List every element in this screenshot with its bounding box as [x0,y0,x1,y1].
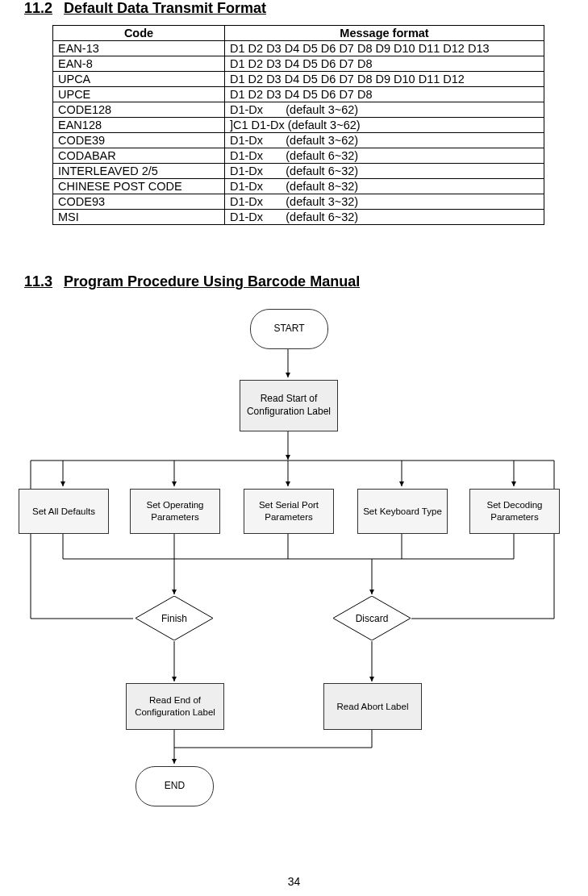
msg-cell: D1 D2 D3 D4 D5 D6 D7 D8 D9 D10 D11 D12 D… [225,41,544,56]
section-11-3-header: 11.3 Program Procedure Using Barcode Man… [24,273,564,290]
flowchart: START Read Start of Configuration Label … [0,302,564,867]
section-title: Default Data Transmit Format [64,0,266,17]
section-number: 11.3 [24,273,52,290]
table-row: INTERLEAVED 2/5D1-Dx (default 6~32) [53,164,544,179]
msg-cell: D1-Dx (default 3~62) [225,102,544,118]
table-row: CODE39D1-Dx (default 3~62) [53,133,544,148]
section-11-2-header: 11.2 Default Data Transmit Format [24,0,564,17]
flow-set-operating: Set Operating Parameters [130,489,220,534]
table-row: MSID1-Dx (default 6~32) [53,210,544,225]
flow-read-start: Read Start of Configuration Label [240,380,338,431]
code-cell: UPCA [53,72,225,87]
flow-finish-label: Finish [136,596,213,640]
flow-end-label: END [165,780,185,793]
flow-set-keyboard: Set Keyboard Type [357,489,448,534]
msg-cell: D1 D2 D3 D4 D5 D6 D7 D8 [225,56,544,72]
page-number: 34 [0,875,588,888]
code-cell: MSI [53,210,225,225]
table-row: UPCAD1 D2 D3 D4 D5 D6 D7 D8 D9 D10 D11 D… [53,72,544,87]
code-cell: CODE93 [53,194,225,210]
flow-box1-label: Set All Defaults [32,506,95,518]
flow-set-all-defaults: Set All Defaults [19,489,109,534]
code-cell: UPCE [53,87,225,102]
code-cell: INTERLEAVED 2/5 [53,164,225,179]
format-table: Code Message format EAN-13D1 D2 D3 D4 D5… [52,25,544,225]
msg-cell: D1 D2 D3 D4 D5 D6 D7 D8 D9 D10 D11 D12 [225,72,544,87]
flow-end: END [136,766,214,806]
section-title: Program Procedure Using Barcode Manual [64,273,360,290]
flow-read-start-label: Read Start of Configuration Label [247,393,331,418]
flow-read-end-label: Read End of Configuration Label [135,694,215,719]
table-row: CODE93D1-Dx (default 3~32) [53,194,544,210]
format-table-container: Code Message format EAN-13D1 D2 D3 D4 D5… [52,25,564,225]
section-number: 11.2 [24,0,52,17]
table-row: UPCED1 D2 D3 D4 D5 D6 D7 D8 [53,87,544,102]
flow-discard-label: Discard [333,596,411,640]
code-cell: CODE39 [53,133,225,148]
th-code: Code [53,26,225,41]
msg-cell: ]C1 D1-Dx (default 3~62) [225,118,544,133]
msg-cell: D1-Dx (default 3~32) [225,194,544,210]
flow-read-abort-label: Read Abort Label [337,701,409,713]
flow-set-decoding: Set Decoding Parameters [469,489,560,534]
flow-finish: Finish [136,596,213,640]
msg-cell: D1-Dx (default 8~32) [225,179,544,194]
code-cell: CHINESE POST CODE [53,179,225,194]
flow-read-abort: Read Abort Label [323,683,422,730]
msg-cell: D1-Dx (default 6~32) [225,164,544,179]
msg-cell: D1-Dx (default 6~32) [225,210,544,225]
code-cell: EAN-8 [53,56,225,72]
code-cell: CODE128 [53,102,225,118]
table-row: CODE128D1-Dx (default 3~62) [53,102,544,118]
msg-cell: D1-Dx (default 6~32) [225,148,544,164]
table-row: EAN-8D1 D2 D3 D4 D5 D6 D7 D8 [53,56,544,72]
flow-start: START [250,309,328,349]
table-row: EAN-13D1 D2 D3 D4 D5 D6 D7 D8 D9 D10 D11… [53,41,544,56]
table-row: CHINESE POST CODED1-Dx (default 8~32) [53,179,544,194]
code-cell: EAN-13 [53,41,225,56]
flow-set-serial: Set Serial Port Parameters [244,489,334,534]
th-msg: Message format [225,26,544,41]
flow-read-end: Read End of Configuration Label [126,683,224,730]
table-row: EAN128]C1 D1-Dx (default 3~62) [53,118,544,133]
code-cell: CODABAR [53,148,225,164]
flow-box5-label: Set Decoding Parameters [486,499,542,523]
flow-box4-label: Set Keyboard Type [363,506,442,518]
code-cell: EAN128 [53,118,225,133]
flow-discard: Discard [333,596,411,640]
flow-box2-label: Set Operating Parameters [147,499,204,523]
table-row: CODABARD1-Dx (default 6~32) [53,148,544,164]
msg-cell: D1-Dx (default 3~62) [225,133,544,148]
flow-box3-label: Set Serial Port Parameters [259,499,319,523]
msg-cell: D1 D2 D3 D4 D5 D6 D7 D8 [225,87,544,102]
flow-start-label: START [273,323,304,335]
